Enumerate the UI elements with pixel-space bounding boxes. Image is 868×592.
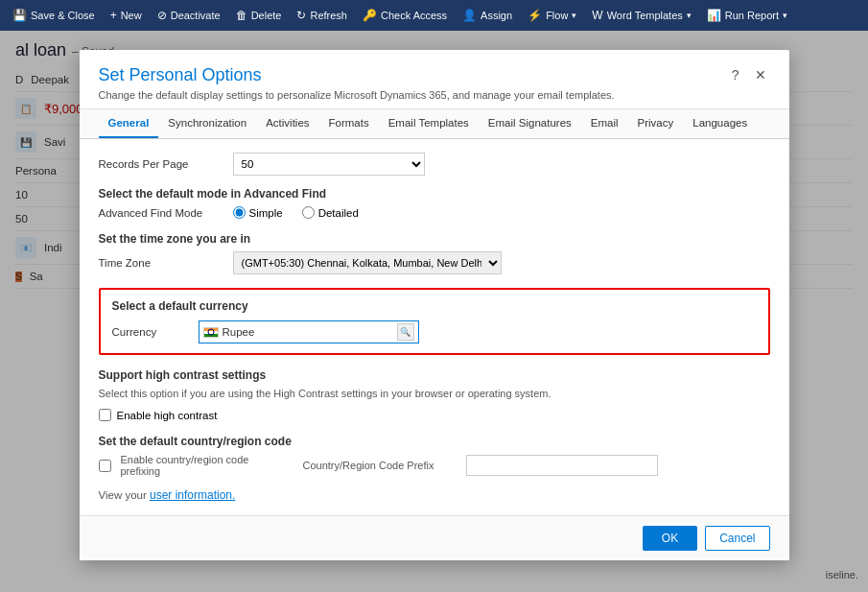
user-info-link[interactable]: user information. bbox=[150, 488, 235, 502]
country-region-row: Enable country/region code prefixing Cou… bbox=[99, 454, 770, 477]
new-icon: + bbox=[110, 9, 117, 22]
toolbar: 💾 Save & Close + New ⊘ Deactivate 🗑 Dele… bbox=[0, 0, 868, 31]
detailed-radio-label[interactable]: Detailed bbox=[302, 206, 359, 219]
currency-section: Select a default currency Currency Rupee… bbox=[99, 288, 770, 355]
currency-input-container: Rupee 🔍 bbox=[199, 320, 419, 343]
flow-chevron-icon: ▾ bbox=[572, 11, 576, 20]
run-report-button[interactable]: 📊 Run Report ▾ bbox=[700, 6, 794, 25]
save-close-button[interactable]: 💾 Save & Close bbox=[6, 6, 102, 25]
currency-flag-icon bbox=[203, 327, 219, 338]
high-contrast-heading: Support high contrast settings bbox=[99, 368, 770, 382]
word-templates-button[interactable]: W Word Templates ▾ bbox=[585, 6, 697, 25]
records-per-page-select[interactable]: 25 50 75 100 250 bbox=[233, 153, 425, 176]
country-region-checkbox-label: Enable country/region code prefixing bbox=[121, 454, 274, 477]
tab-synchronization[interactable]: Synchronization bbox=[158, 109, 256, 138]
refresh-icon: ↻ bbox=[296, 9, 306, 22]
lookup-icon: 🔍 bbox=[400, 327, 411, 337]
time-zone-heading: Set the time zone you are in bbox=[99, 232, 770, 246]
dialog-tabs: General Synchronization Activities Forma… bbox=[80, 109, 789, 139]
tab-languages[interactable]: Languages bbox=[683, 109, 757, 138]
dialog-subtitle: Change the default display settings to p… bbox=[99, 89, 615, 101]
delete-icon: 🗑 bbox=[236, 9, 247, 22]
tab-privacy[interactable]: Privacy bbox=[628, 109, 684, 138]
simple-radio[interactable] bbox=[233, 206, 246, 219]
high-contrast-subtext: Select this option if you are using the … bbox=[99, 388, 770, 399]
flow-button[interactable]: ⚡ Flow ▾ bbox=[521, 6, 583, 25]
simple-radio-label[interactable]: Simple bbox=[233, 206, 283, 219]
currency-heading: Select a default currency bbox=[112, 299, 757, 313]
tab-email[interactable]: Email bbox=[581, 109, 628, 138]
time-zone-row: Time Zone (GMT+05:30) Chennai, Kolkata, … bbox=[99, 251, 770, 274]
simple-label: Simple bbox=[249, 207, 283, 219]
dialog-header: Set Personal Options Change the default … bbox=[80, 50, 789, 109]
check-access-button[interactable]: 🔑 Check Access bbox=[356, 6, 454, 25]
dialog-body: Records Per Page 25 50 75 100 250 Select… bbox=[80, 139, 789, 515]
detailed-radio[interactable] bbox=[302, 206, 315, 219]
advanced-find-radio-group: Simple Detailed bbox=[233, 206, 359, 219]
time-zone-section: Set the time zone you are in Time Zone (… bbox=[99, 232, 770, 274]
word-icon: W bbox=[592, 9, 602, 22]
run-report-chevron-icon: ▾ bbox=[783, 11, 787, 20]
dialog-controls: ? ✕ bbox=[728, 65, 770, 84]
help-button[interactable]: ? bbox=[728, 65, 743, 84]
assign-icon: 👤 bbox=[462, 9, 477, 22]
records-per-page-row: Records Per Page 25 50 75 100 250 bbox=[99, 153, 770, 176]
tab-email-templates[interactable]: Email Templates bbox=[379, 109, 479, 138]
deactivate-icon: ⊘ bbox=[157, 9, 167, 22]
currency-row: Currency Rupee 🔍 bbox=[112, 320, 757, 343]
ok-button[interactable]: OK bbox=[643, 526, 697, 551]
currency-lookup-button[interactable]: 🔍 bbox=[397, 323, 414, 341]
country-region-heading: Set the default country/region code bbox=[99, 435, 770, 448]
dialog-title: Set Personal Options bbox=[99, 65, 615, 85]
save-icon: 💾 bbox=[12, 9, 27, 22]
delete-button[interactable]: 🗑 Delete bbox=[229, 6, 289, 25]
user-info-text: View your bbox=[99, 489, 150, 501]
advanced-find-row: Advanced Find Mode Simple Detailed bbox=[99, 206, 770, 219]
user-info-row: View your user information. bbox=[99, 488, 770, 502]
close-button[interactable]: ✕ bbox=[751, 65, 770, 84]
personal-options-dialog: Set Personal Options Change the default … bbox=[80, 50, 789, 560]
check-access-icon: 🔑 bbox=[363, 9, 377, 22]
records-per-page-control: 25 50 75 100 250 bbox=[233, 153, 770, 176]
advanced-find-section: Select the default mode in Advanced Find… bbox=[99, 187, 770, 219]
tab-email-signatures[interactable]: Email Signatures bbox=[479, 109, 581, 138]
high-contrast-checkbox-row: Enable high contrast bbox=[99, 409, 770, 421]
country-region-checkbox[interactable] bbox=[99, 460, 111, 472]
records-per-page-label: Records Per Page bbox=[99, 158, 223, 170]
detailed-label: Detailed bbox=[318, 207, 359, 219]
dialog-footer: OK Cancel bbox=[80, 515, 789, 560]
advanced-find-label: Advanced Find Mode bbox=[99, 207, 223, 219]
flow-icon: ⚡ bbox=[528, 9, 542, 22]
country-region-section: Set the default country/region code Enab… bbox=[99, 435, 770, 477]
high-contrast-checkbox[interactable] bbox=[99, 409, 111, 421]
time-zone-label: Time Zone bbox=[99, 257, 223, 269]
tab-general[interactable]: General bbox=[99, 109, 159, 138]
region-prefix-label: Country/Region Code Prefix bbox=[303, 460, 457, 471]
advanced-find-heading: Select the default mode in Advanced Find bbox=[99, 187, 770, 201]
report-icon: 📊 bbox=[707, 9, 721, 22]
high-contrast-checkbox-label: Enable high contrast bbox=[117, 410, 218, 421]
assign-button[interactable]: 👤 Assign bbox=[456, 6, 519, 25]
currency-value: Rupee bbox=[223, 326, 393, 338]
tab-formats[interactable]: Formats bbox=[319, 109, 379, 138]
new-button[interactable]: + New bbox=[104, 6, 149, 25]
high-contrast-section: Support high contrast settings Select th… bbox=[99, 368, 770, 421]
word-templates-chevron-icon: ▾ bbox=[687, 11, 692, 20]
tab-activities[interactable]: Activities bbox=[256, 109, 318, 138]
currency-label: Currency bbox=[112, 326, 189, 338]
deactivate-button[interactable]: ⊘ Deactivate bbox=[151, 6, 227, 25]
cancel-button[interactable]: Cancel bbox=[705, 526, 769, 551]
refresh-button[interactable]: ↻ Refresh bbox=[290, 6, 354, 25]
dialog-overlay: Set Personal Options Change the default … bbox=[0, 31, 868, 592]
country-prefix-input[interactable] bbox=[466, 455, 658, 476]
time-zone-select[interactable]: (GMT+05:30) Chennai, Kolkata, Mumbai, Ne… bbox=[233, 251, 502, 274]
